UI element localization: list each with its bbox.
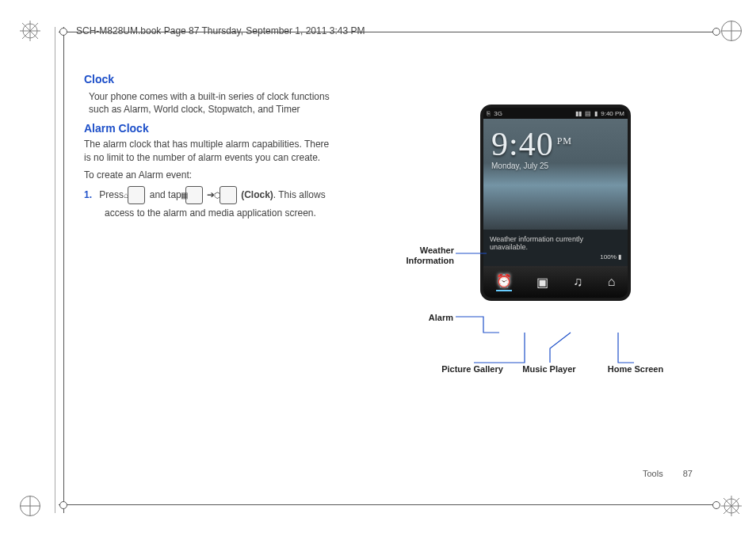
crop-register-icon: [721, 21, 742, 41]
status-time: 9:40 PM: [601, 110, 624, 117]
running-header: SCH-M828UM.book Page 87 Thursday, Septem…: [76, 25, 365, 36]
page-footer: Tools 87: [643, 469, 693, 478]
crop-burst-icon: [721, 496, 742, 516]
apps-grid-icon: ▦: [185, 186, 203, 204]
clock-face: 9:40PM Monday, July 25: [483, 119, 628, 230]
callout-picture-gallery: Picture Gallery: [433, 364, 512, 374]
status-bar: ⎘ 3G ▮▮ ▤ ▮ 9:40 PM: [483, 108, 628, 119]
callout-text: Information: [407, 256, 455, 265]
footer-page-number: 87: [683, 469, 693, 478]
battery-icon: ▮: [594, 110, 598, 117]
dock-music-icon[interactable]: ♫: [573, 275, 582, 289]
alarm-description: The alarm clock that has multiple alarm …: [84, 138, 338, 163]
usb-icon: ⎘: [487, 110, 491, 117]
crop-line: [63, 27, 64, 513]
callout-music-player: Music Player: [514, 364, 585, 374]
dock-bar: ⏰ ▣ ♫ ⌂: [483, 266, 628, 298]
step-number: 1.: [84, 189, 92, 200]
clock-time-value: 9:40: [491, 126, 554, 162]
footer-section: Tools: [643, 469, 663, 478]
crop-line: [55, 27, 55, 513]
clock-ampm: PM: [557, 135, 572, 146]
home-key-icon: ⌂: [128, 186, 145, 204]
dock-gallery-icon[interactable]: ▣: [536, 275, 548, 290]
alarm-intro: To create an Alarm event:: [84, 169, 338, 181]
step-1: 1. Press ⌂ and tap ▦ ➔ ⬡ (Clock). This a…: [84, 186, 338, 222]
weather-text: Weather information currently unavailabl…: [490, 235, 621, 251]
crop-burst-icon: [20, 21, 40, 41]
dock-alarm-icon[interactable]: ⏰: [496, 273, 512, 291]
battery-level: 100% ▮: [600, 253, 621, 260]
clock-time: 9:40PM: [491, 125, 620, 163]
dock-home-icon[interactable]: ⌂: [608, 275, 616, 289]
clock-description: Your phone comes with a built-in series …: [84, 90, 338, 116]
callout-weather: Weather Information: [399, 245, 454, 266]
crop-dot-icon: [59, 501, 67, 509]
step-text: and tap: [150, 189, 181, 200]
heading-alarm-clock: Alarm Clock: [84, 122, 338, 135]
crop-dot-icon: [712, 28, 720, 36]
step-text: Press: [99, 189, 124, 200]
callout-home-screen: Home Screen: [596, 364, 675, 374]
phone-frame: ⎘ 3G ▮▮ ▤ ▮ 9:40 PM 9:40PM Monday, July …: [480, 105, 631, 301]
crop-line: [59, 504, 716, 505]
phone-illustration: ⎘ 3G ▮▮ ▤ ▮ 9:40 PM 9:40PM Monday, July …: [480, 105, 631, 301]
weather-panel: Weather information currently unavailabl…: [483, 230, 628, 266]
signal-icon: ▮▮: [575, 110, 582, 117]
network-3g-icon: 3G: [494, 110, 502, 117]
heading-clock: Clock: [84, 73, 338, 86]
callout-alarm: Alarm: [422, 313, 453, 322]
step-text-bold: (Clock): [241, 189, 273, 200]
callout-text: Weather: [420, 245, 454, 255]
crop-dot-icon: [712, 501, 720, 509]
crop-register-icon: [20, 496, 40, 516]
data-icon: ▤: [585, 110, 591, 117]
clock-app-icon: ⬡: [220, 186, 237, 204]
crop-dot-icon: [59, 28, 67, 36]
content-column: Clock Your phone comes with a built-in s…: [84, 73, 338, 222]
